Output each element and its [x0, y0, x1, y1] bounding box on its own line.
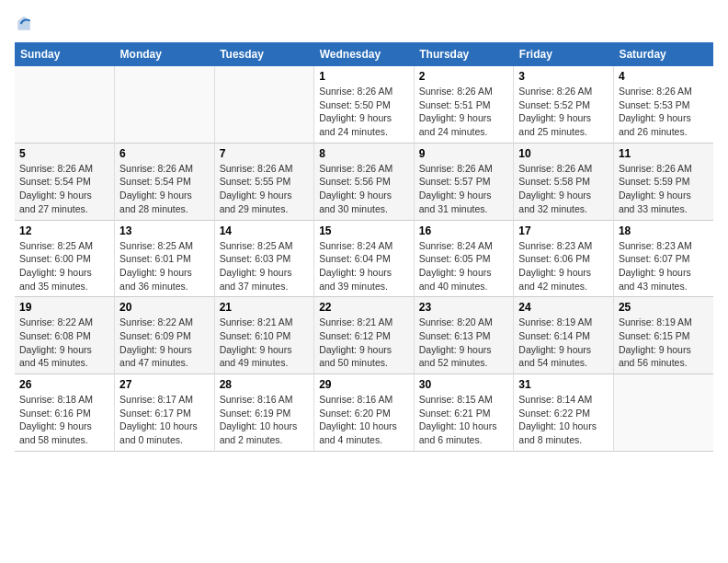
- calendar-week-row: 1Sunrise: 8:26 AMSunset: 5:50 PMDaylight…: [15, 66, 713, 143]
- calendar-day-cell: 28Sunrise: 8:16 AMSunset: 6:19 PMDayligh…: [214, 374, 314, 452]
- day-info: Sunrise: 8:23 AMSunset: 6:07 PMDaylight:…: [619, 239, 709, 293]
- day-info: Sunrise: 8:22 AMSunset: 6:08 PMDaylight:…: [19, 316, 109, 370]
- day-number: 29: [319, 378, 409, 391]
- calendar-day-cell: 23Sunrise: 8:20 AMSunset: 6:13 PMDayligh…: [414, 297, 514, 374]
- day-number: 4: [619, 70, 709, 83]
- calendar-day-cell: 1Sunrise: 8:26 AMSunset: 5:50 PMDaylight…: [314, 66, 415, 143]
- calendar-day-cell: [214, 66, 314, 143]
- day-of-week-header: Tuesday: [214, 42, 314, 66]
- day-number: 2: [419, 70, 509, 83]
- day-number: 25: [619, 301, 709, 314]
- calendar-day-cell: 22Sunrise: 8:21 AMSunset: 6:12 PMDayligh…: [314, 297, 415, 374]
- day-of-week-header: Saturday: [613, 42, 713, 66]
- day-number: 14: [220, 224, 310, 237]
- calendar-day-cell: 24Sunrise: 8:19 AMSunset: 6:14 PMDayligh…: [514, 297, 614, 374]
- calendar-day-cell: 29Sunrise: 8:16 AMSunset: 6:20 PMDayligh…: [314, 374, 415, 452]
- day-info: Sunrise: 8:17 AMSunset: 6:17 PMDaylight:…: [119, 393, 210, 447]
- calendar-day-cell: 20Sunrise: 8:22 AMSunset: 6:09 PMDayligh…: [115, 297, 215, 374]
- calendar-day-cell: 26Sunrise: 8:18 AMSunset: 6:16 PMDayligh…: [15, 374, 115, 452]
- day-number: 22: [319, 301, 409, 314]
- calendar-day-cell: 15Sunrise: 8:24 AMSunset: 6:04 PMDayligh…: [314, 220, 415, 297]
- day-number: 8: [319, 147, 409, 160]
- day-of-week-header: Friday: [514, 42, 614, 66]
- logo: [15, 15, 36, 33]
- day-number: 7: [220, 147, 310, 160]
- day-info: Sunrise: 8:16 AMSunset: 6:20 PMDaylight:…: [319, 393, 409, 447]
- day-info: Sunrise: 8:22 AMSunset: 6:09 PMDaylight:…: [119, 316, 210, 370]
- day-info: Sunrise: 8:14 AMSunset: 6:22 PMDaylight:…: [518, 393, 609, 447]
- day-of-week-header: Sunday: [15, 42, 115, 66]
- day-number: 11: [619, 147, 709, 160]
- calendar-day-cell: 12Sunrise: 8:25 AMSunset: 6:00 PMDayligh…: [15, 220, 115, 297]
- calendar-day-cell: [15, 66, 115, 143]
- calendar-header: SundayMondayTuesdayWednesdayThursdayFrid…: [15, 42, 713, 66]
- day-number: 18: [619, 224, 709, 237]
- day-info: Sunrise: 8:26 AMSunset: 5:56 PMDaylight:…: [319, 162, 409, 216]
- day-info: Sunrise: 8:26 AMSunset: 5:51 PMDaylight:…: [419, 85, 509, 139]
- calendar-day-cell: 27Sunrise: 8:17 AMSunset: 6:17 PMDayligh…: [115, 374, 215, 452]
- day-number: 23: [419, 301, 509, 314]
- day-info: Sunrise: 8:21 AMSunset: 6:10 PMDaylight:…: [220, 316, 310, 370]
- day-info: Sunrise: 8:19 AMSunset: 6:15 PMDaylight:…: [619, 316, 709, 370]
- day-number: 9: [419, 147, 509, 160]
- calendar-day-cell: 2Sunrise: 8:26 AMSunset: 5:51 PMDaylight…: [414, 66, 514, 143]
- calendar-week-row: 26Sunrise: 8:18 AMSunset: 6:16 PMDayligh…: [15, 374, 713, 452]
- day-info: Sunrise: 8:26 AMSunset: 5:54 PMDaylight:…: [19, 162, 109, 216]
- calendar-day-cell: 5Sunrise: 8:26 AMSunset: 5:54 PMDaylight…: [15, 143, 115, 220]
- day-info: Sunrise: 8:18 AMSunset: 6:16 PMDaylight:…: [19, 393, 109, 447]
- day-info: Sunrise: 8:19 AMSunset: 6:14 PMDaylight:…: [518, 316, 609, 370]
- day-number: 26: [19, 378, 109, 391]
- day-info: Sunrise: 8:25 AMSunset: 6:03 PMDaylight:…: [220, 239, 310, 293]
- calendar-day-cell: 3Sunrise: 8:26 AMSunset: 5:52 PMDaylight…: [514, 66, 614, 143]
- day-number: 27: [119, 378, 210, 391]
- calendar-day-cell: [115, 66, 215, 143]
- day-info: Sunrise: 8:26 AMSunset: 5:52 PMDaylight:…: [518, 85, 609, 139]
- calendar-day-cell: 16Sunrise: 8:24 AMSunset: 6:05 PMDayligh…: [414, 220, 514, 297]
- calendar-day-cell: 4Sunrise: 8:26 AMSunset: 5:53 PMDaylight…: [613, 66, 713, 143]
- day-number: 30: [419, 378, 509, 391]
- day-number: 15: [319, 224, 409, 237]
- day-number: 31: [518, 378, 609, 391]
- day-number: 28: [220, 378, 310, 391]
- day-info: Sunrise: 8:15 AMSunset: 6:21 PMDaylight:…: [419, 393, 509, 447]
- calendar-day-cell: 9Sunrise: 8:26 AMSunset: 5:57 PMDaylight…: [414, 143, 514, 220]
- day-number: 24: [518, 301, 609, 314]
- calendar-day-cell: 13Sunrise: 8:25 AMSunset: 6:01 PMDayligh…: [115, 220, 215, 297]
- calendar-day-cell: 31Sunrise: 8:14 AMSunset: 6:22 PMDayligh…: [514, 374, 614, 452]
- day-number: 3: [518, 70, 609, 83]
- calendar-day-cell: 18Sunrise: 8:23 AMSunset: 6:07 PMDayligh…: [613, 220, 713, 297]
- day-info: Sunrise: 8:16 AMSunset: 6:19 PMDaylight:…: [220, 393, 310, 447]
- day-info: Sunrise: 8:26 AMSunset: 5:55 PMDaylight:…: [220, 162, 310, 216]
- calendar-week-row: 19Sunrise: 8:22 AMSunset: 6:08 PMDayligh…: [15, 297, 713, 374]
- calendar-table: SundayMondayTuesdayWednesdayThursdayFrid…: [15, 42, 713, 452]
- day-info: Sunrise: 8:26 AMSunset: 5:54 PMDaylight:…: [119, 162, 210, 216]
- day-info: Sunrise: 8:26 AMSunset: 5:50 PMDaylight:…: [319, 85, 409, 139]
- day-info: Sunrise: 8:20 AMSunset: 6:13 PMDaylight:…: [419, 316, 509, 370]
- logo-icon: [15, 15, 33, 33]
- calendar-week-row: 5Sunrise: 8:26 AMSunset: 5:54 PMDaylight…: [15, 143, 713, 220]
- day-info: Sunrise: 8:26 AMSunset: 5:57 PMDaylight:…: [419, 162, 509, 216]
- calendar-day-cell: 14Sunrise: 8:25 AMSunset: 6:03 PMDayligh…: [214, 220, 314, 297]
- calendar-week-row: 12Sunrise: 8:25 AMSunset: 6:00 PMDayligh…: [15, 220, 713, 297]
- calendar-day-cell: 21Sunrise: 8:21 AMSunset: 6:10 PMDayligh…: [214, 297, 314, 374]
- day-number: 17: [518, 224, 609, 237]
- day-info: Sunrise: 8:25 AMSunset: 6:01 PMDaylight:…: [119, 239, 210, 293]
- calendar-day-cell: 6Sunrise: 8:26 AMSunset: 5:54 PMDaylight…: [115, 143, 215, 220]
- calendar-day-cell: 19Sunrise: 8:22 AMSunset: 6:08 PMDayligh…: [15, 297, 115, 374]
- day-number: 10: [518, 147, 609, 160]
- day-of-week-header: Monday: [115, 42, 215, 66]
- calendar-day-cell: 25Sunrise: 8:19 AMSunset: 6:15 PMDayligh…: [613, 297, 713, 374]
- day-number: 1: [319, 70, 409, 83]
- day-number: 21: [220, 301, 310, 314]
- calendar-day-cell: [613, 374, 713, 452]
- day-info: Sunrise: 8:26 AMSunset: 5:59 PMDaylight:…: [619, 162, 709, 216]
- calendar-day-cell: 10Sunrise: 8:26 AMSunset: 5:58 PMDayligh…: [514, 143, 614, 220]
- calendar-body: 1Sunrise: 8:26 AMSunset: 5:50 PMDaylight…: [15, 66, 713, 451]
- day-of-week-header: Thursday: [414, 42, 514, 66]
- day-info: Sunrise: 8:26 AMSunset: 5:53 PMDaylight:…: [619, 85, 709, 139]
- day-number: 20: [119, 301, 210, 314]
- days-of-week-row: SundayMondayTuesdayWednesdayThursdayFrid…: [15, 42, 713, 66]
- day-of-week-header: Wednesday: [314, 42, 415, 66]
- day-info: Sunrise: 8:26 AMSunset: 5:58 PMDaylight:…: [518, 162, 609, 216]
- day-number: 16: [419, 224, 509, 237]
